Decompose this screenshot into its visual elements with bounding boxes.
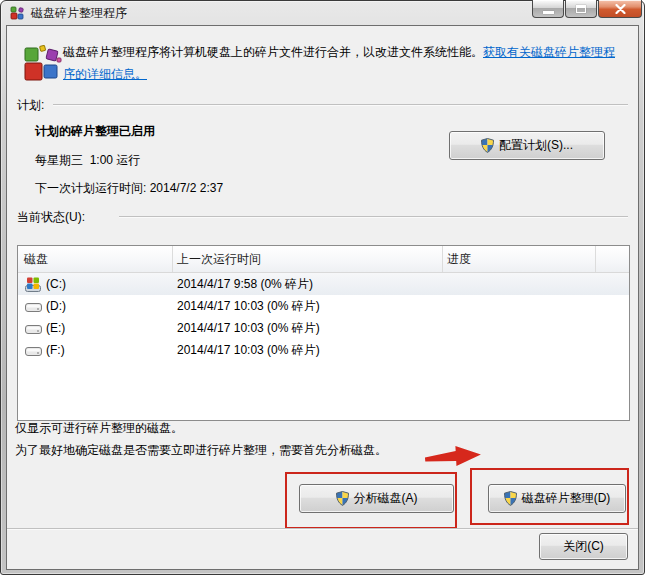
configure-schedule-label: 配置计划(S)...: [499, 137, 573, 154]
drive-icon: [24, 322, 42, 335]
minimize-icon: [543, 11, 554, 14]
disk-table: 磁盘 上一次运行时间 进度 (C:): [17, 245, 630, 421]
defrag-app-icon-large: [21, 45, 63, 90]
close-button[interactable]: 关闭(C): [539, 533, 628, 560]
schedule-separator: [53, 104, 628, 105]
schedule-status: 计划的碎片整理已启用: [35, 123, 155, 140]
footer-separator: [7, 528, 638, 529]
disk-label: (F:): [46, 343, 65, 357]
window-title: 磁盘碎片整理程序: [31, 5, 127, 22]
last-run-value: 2014/4/17 10:03 (0% 碎片): [173, 342, 443, 359]
maximize-icon: [576, 5, 586, 13]
uac-shield-icon: [336, 491, 349, 506]
note-only-defraggable: 仅显示可进行碎片整理的磁盘。: [15, 420, 183, 437]
schedule-section-label: 计划:: [17, 97, 44, 114]
table-row[interactable]: (E:) 2014/4/17 10:03 (0% 碎片): [18, 317, 629, 339]
description-text: 磁盘碎片整理程序将计算机硬盘上的碎片文件进行合并，以改进文件系统性能。获取有关磁…: [63, 41, 619, 85]
dialog-body: 磁盘碎片整理程序将计算机硬盘上的碎片文件进行合并，以改进文件系统性能。获取有关磁…: [7, 26, 638, 569]
defrag-app-icon: [10, 6, 25, 21]
schedule-next-run: 下一次计划运行时间: 2014/7/2 2:37: [35, 180, 223, 197]
column-header-last-run[interactable]: 上一次运行时间: [173, 246, 443, 272]
close-icon: [615, 4, 626, 14]
uac-shield-icon: [481, 138, 494, 153]
current-status-separator: [119, 216, 628, 217]
column-header-disk[interactable]: 磁盘: [18, 246, 173, 272]
current-status-label: 当前状态(U):: [17, 209, 85, 226]
note-analyze-first: 为了最好地确定磁盘是否需要立即进行碎片整理，需要首先分析磁盘。: [15, 442, 387, 459]
disk-table-header: 磁盘 上一次运行时间 进度: [18, 246, 629, 273]
analyze-disk-label: 分析磁盘(A): [354, 490, 418, 507]
table-row[interactable]: (C:) 2014/4/17 9:58 (0% 碎片): [18, 273, 629, 295]
defragment-disk-button[interactable]: 磁盘碎片整理(D): [488, 484, 626, 513]
close-label: 关闭(C): [563, 538, 604, 555]
uac-shield-icon: [504, 491, 517, 506]
analyze-disk-button[interactable]: 分析磁盘(A): [299, 484, 454, 513]
drive-icon: [24, 300, 42, 313]
disk-label: (D:): [46, 299, 66, 313]
system-drive-icon: [24, 277, 42, 292]
minimize-button[interactable]: [532, 0, 564, 18]
disk-label: (C:): [46, 277, 66, 291]
drive-icon: [24, 344, 42, 357]
last-run-value: 2014/4/17 10:03 (0% 碎片): [173, 298, 443, 315]
table-row[interactable]: (D:) 2014/4/17 10:03 (0% 碎片): [18, 295, 629, 317]
defragment-disk-label: 磁盘碎片整理(D): [522, 490, 611, 507]
table-row[interactable]: (F:) 2014/4/17 10:03 (0% 碎片): [18, 339, 629, 361]
maximize-button[interactable]: [565, 0, 597, 18]
close-window-button[interactable]: [598, 0, 642, 18]
column-header-progress[interactable]: 进度: [443, 246, 596, 272]
description-main: 磁盘碎片整理程序将计算机硬盘上的碎片文件进行合并，以改进文件系统性能。: [63, 45, 483, 59]
last-run-value: 2014/4/17 10:03 (0% 碎片): [173, 320, 443, 337]
configure-schedule-button[interactable]: 配置计划(S)...: [449, 131, 605, 160]
last-run-value: 2014/4/17 9:58 (0% 碎片): [173, 276, 443, 293]
disk-label: (E:): [46, 321, 65, 335]
defrag-window: 磁盘碎片整理程序 磁盘碎片整理程序将计算机硬盘上的碎片文件进行合并，以改进文件系…: [0, 0, 645, 575]
schedule-frequency: 每星期三 1:00 运行: [35, 152, 140, 169]
